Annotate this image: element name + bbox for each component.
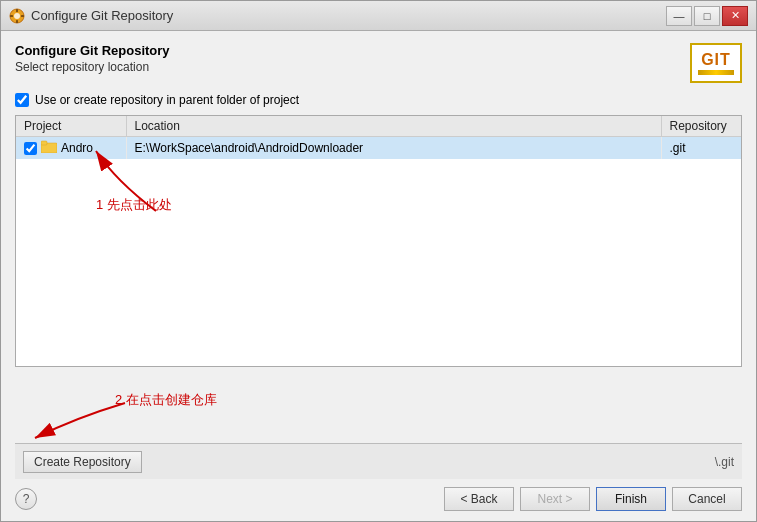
repository-cell: .git <box>661 137 741 160</box>
title-bar: Configure Git Repository — □ ✕ <box>1 1 756 31</box>
col-repository: Repository <box>661 116 741 137</box>
col-location: Location <box>126 116 661 137</box>
project-cell: Andro <box>16 137 126 160</box>
header-section: Configure Git Repository Select reposito… <box>15 43 742 83</box>
svg-rect-5 <box>21 15 24 17</box>
footer-right: < Back Next > Finish Cancel <box>444 487 742 511</box>
header-subtitle: Select repository location <box>15 60 170 74</box>
header-title: Configure Git Repository <box>15 43 170 58</box>
svg-rect-8 <box>41 141 47 145</box>
minimize-button[interactable]: — <box>666 6 692 26</box>
header-text: Configure Git Repository Select reposito… <box>15 43 170 74</box>
cancel-button[interactable]: Cancel <box>672 487 742 511</box>
title-bar-controls: — □ ✕ <box>666 6 748 26</box>
table-container: Project Location Repository <box>15 115 742 367</box>
back-button[interactable]: < Back <box>444 487 514 511</box>
git-logo-text: GIT <box>701 52 731 68</box>
window-title: Configure Git Repository <box>31 8 173 23</box>
footer: ? < Back Next > Finish Cancel <box>1 479 756 521</box>
maximize-button[interactable]: □ <box>694 6 720 26</box>
window: Configure Git Repository — □ ✕ Configure… <box>0 0 757 522</box>
parent-folder-label: Use or create repository in parent folde… <box>35 93 299 107</box>
annotation1-text: 1 先点击此处 <box>96 196 172 214</box>
project-name: Andro <box>61 141 93 155</box>
location-cell: E:\WorkSpace\android\AndroidDownloader <box>126 137 661 160</box>
finish-button[interactable]: Finish <box>596 487 666 511</box>
create-repository-button[interactable]: Create Repository <box>23 451 142 473</box>
bottom-toolbar: Create Repository \.git <box>15 443 742 479</box>
annotation2-arrow <box>15 383 215 443</box>
row-checkbox[interactable] <box>24 142 37 155</box>
title-bar-left: Configure Git Repository <box>9 8 173 24</box>
parent-folder-checkbox-row: Use or create repository in parent folde… <box>15 93 742 107</box>
main-content: Configure Git Repository Select reposito… <box>1 31 756 383</box>
svg-rect-3 <box>16 20 18 23</box>
footer-left: ? <box>15 488 37 510</box>
folder-icon <box>41 140 57 156</box>
app-icon <box>9 8 25 24</box>
annotation2-text: 2 在点击创建仓库 <box>115 391 217 409</box>
table-wrapper: Project Location Repository <box>15 115 742 375</box>
svg-rect-4 <box>10 15 13 17</box>
svg-point-1 <box>14 13 20 19</box>
close-button[interactable]: ✕ <box>722 6 748 26</box>
path-display: \.git <box>715 455 734 469</box>
repository-table: Project Location Repository <box>16 116 741 159</box>
next-button: Next > <box>520 487 590 511</box>
col-project: Project <box>16 116 126 137</box>
help-button[interactable]: ? <box>15 488 37 510</box>
parent-folder-checkbox[interactable] <box>15 93 29 107</box>
annotation2-area: 2 在点击创建仓库 <box>15 383 742 443</box>
svg-rect-2 <box>16 9 18 12</box>
table-row[interactable]: Andro E:\WorkSpace\android\AndroidDownlo… <box>16 137 741 160</box>
git-logo: GIT <box>690 43 742 83</box>
git-logo-bar <box>698 70 734 75</box>
toolbar-area: 2 在点击创建仓库 Create Repository \.git <box>1 383 756 479</box>
